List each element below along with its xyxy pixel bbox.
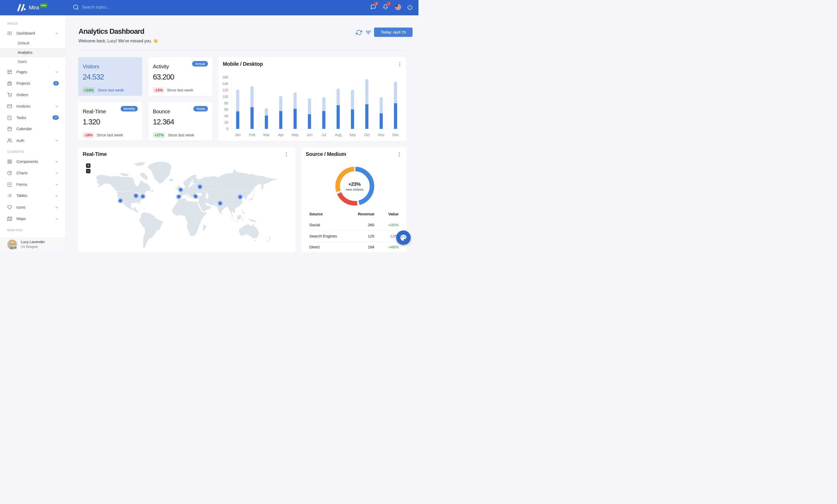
svg-text:Sep: Sep (349, 133, 356, 137)
svg-text:Nov: Nov (378, 133, 385, 137)
svg-text:Apr: Apr (278, 133, 284, 137)
svg-text:40: 40 (224, 114, 228, 118)
svg-text:Aug: Aug (335, 133, 341, 137)
svg-text:Jan: Jan (235, 133, 241, 137)
svg-text:Dec: Dec (392, 133, 399, 137)
svg-text:Jun: Jun (306, 133, 313, 137)
svg-text:+23%: +23% (348, 181, 361, 187)
svg-text:new visitors: new visitors (346, 188, 364, 191)
svg-text:80: 80 (224, 101, 228, 105)
svg-text:20: 20 (224, 120, 228, 125)
svg-text:0: 0 (226, 127, 228, 131)
svg-text:160: 160 (222, 75, 229, 79)
svg-text:120: 120 (222, 88, 229, 92)
svg-text:60: 60 (224, 107, 228, 111)
svg-text:May: May (292, 133, 299, 137)
svg-text:140: 140 (222, 81, 229, 86)
svg-text:Feb: Feb (249, 133, 255, 137)
svg-text:Jul: Jul (322, 133, 326, 137)
svg-text:Oct: Oct (364, 133, 370, 137)
svg-text:100: 100 (222, 95, 229, 99)
svg-text:Mar: Mar (263, 133, 270, 137)
